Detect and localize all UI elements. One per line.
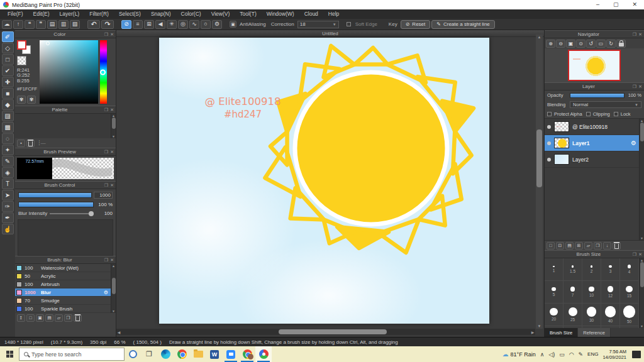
select-pen-tool[interactable]: ✎ [2,156,14,167]
lock-checkbox[interactable]: Lock [614,111,631,117]
brush-size-option[interactable]: 4 [620,258,639,281]
close-icon[interactable]: ✕ [110,258,114,263]
gear-icon[interactable]: ⚙ [631,140,636,146]
drawing-canvas[interactable]: @ Elite100918 #hd247 [159,38,489,324]
close-icon[interactable]: ✕ [638,84,642,89]
close-icon[interactable]: ✕ [110,150,114,155]
palette-icon[interactable]: ✾ [17,96,26,104]
picker-indicator[interactable] [46,41,50,45]
brush-folder-icon[interactable]: ▱ [55,314,63,322]
brush-item[interactable]: 100Watercolor (Wet) [15,264,111,272]
pen-settings-icon[interactable]: ✎ [579,351,584,358]
add-halftone-layer-icon[interactable]: ▤ [565,242,574,250]
wifi-icon[interactable]: ◠ [569,351,574,358]
popout-icon[interactable]: ❐ [104,150,108,155]
delete-layer-icon[interactable] [613,242,621,250]
brush-size-option[interactable]: 5 [545,281,564,304]
maximize-button[interactable]: ▢ [613,0,619,9]
layer-opacity-slider[interactable] [570,93,625,98]
brush-size-option[interactable]: 50 [620,304,639,326]
palette-scrollbar[interactable]: ▲▼ [111,114,116,138]
brush-size-value[interactable]: 1000 [94,192,113,199]
menu-item-color[interactable]: Color(C) [176,9,206,19]
correction-dropdown[interactable]: 18▼ [297,21,339,28]
color-swatches[interactable] [17,40,33,54]
add-layer-menu-icon[interactable]: ⊞ [575,242,583,250]
brush-size-option[interactable]: 25 [564,304,582,326]
reset-rotation-icon[interactable]: ▭ [596,40,606,48]
brush-size-option[interactable]: 1.5 [564,258,582,281]
brush-size-option[interactable]: 12 [601,281,620,304]
menu-item-filter[interactable]: Filter(R) [84,9,114,19]
bucket-tool[interactable]: ◆ [2,99,14,110]
brush-size-scrollbar[interactable]: ▲▼ [639,258,644,328]
tab-reference[interactable]: Reference [578,328,611,337]
action-center-icon[interactable] [632,351,641,358]
document-tab[interactable]: Untitled [116,30,544,37]
menu-item-window[interactable]: Window(W) [262,9,299,19]
brush-size-option[interactable]: 40 [601,304,620,326]
zoom-out-icon[interactable]: ⊖ [556,40,565,48]
hand-tool[interactable]: ☝ [2,224,14,234]
select-tool[interactable]: ▩ [2,122,14,133]
undo-icon[interactable]: ↶ [87,20,100,29]
rotate-cw-icon[interactable]: ↻ [606,40,616,48]
text-tool[interactable]: T [2,178,14,189]
layer-row[interactable]: Layer2 [545,151,639,168]
transparent-color-swatch[interactable] [17,56,26,65]
menu-item-layer[interactable]: Layer(L) [55,9,85,19]
export-icon[interactable]: ↑ [13,20,23,29]
language-indicator[interactable]: ENG [587,351,598,357]
fit-screen-icon[interactable]: ▣ [566,40,575,48]
document-icon[interactable]: ▤ [47,20,57,29]
close-icon[interactable]: ✕ [110,183,114,188]
popout-icon[interactable]: ❐ [104,107,108,112]
redo-icon[interactable]: ↷ [101,20,114,29]
canvas-vertical-scrollbar[interactable]: ▲▼ [536,35,543,329]
menu-item-help[interactable]: Help [323,9,344,19]
select-eraser-tool[interactable]: ◈ [2,167,14,178]
create-straight-line-button[interactable]: ✎Create a straight line [431,20,495,29]
shape-brush-tool[interactable]: □ [2,54,14,65]
volume-icon[interactable]: ◁) [548,351,555,358]
brush-item[interactable]: 50Acrylic [15,272,111,280]
pen-tool[interactable]: ✒ [2,212,14,223]
popout-icon[interactable]: ❐ [104,258,108,263]
close-icon[interactable]: ✕ [638,252,642,257]
document-edit-icon[interactable]: ▧ [70,20,80,29]
layer-row[interactable]: ~~~@ Elite100918 [545,119,639,135]
move-tool[interactable]: ✚ [2,77,14,87]
brush-size-option[interactable]: 3 [601,258,620,281]
popout-icon[interactable]: ❐ [104,183,108,188]
brush-script-icon[interactable]: ▤ [45,314,53,322]
duplicate-layer-icon[interactable]: ❐ [594,242,602,250]
gradient-tool[interactable]: ▨ [2,111,14,121]
eyedropper-tool[interactable]: ✑ [2,201,14,212]
taskbar-clock[interactable]: 7:56 AM14/09/2021 [602,349,626,360]
clipping-checkbox[interactable]: Clipping [586,111,610,117]
close-icon[interactable]: ✕ [110,32,114,37]
brush-list-scrollbar[interactable]: ▲▼ [111,264,116,313]
brush-size-option[interactable]: 30 [582,304,601,326]
brush-size-option[interactable]: 7 [564,281,582,304]
close-button[interactable]: ✕ [632,0,637,9]
snap-radial-icon[interactable]: ✳ [167,20,177,29]
hue-indicator[interactable] [100,69,106,75]
soft-edge-label[interactable]: Soft Edge [355,21,377,27]
popout-icon[interactable]: ❐ [633,32,636,37]
blending-dropdown[interactable]: Normal▼ [570,101,641,108]
protect-alpha-checkbox[interactable]: Protect Alpha [547,111,582,117]
soft-edge-checkbox[interactable] [347,22,351,26]
blur-intensity-slider[interactable] [50,213,94,214]
zoom-in-icon[interactable]: ⊕ [546,40,555,48]
minimize-button[interactable]: – [596,0,599,9]
popout-icon[interactable]: ❐ [633,84,636,89]
snap-crosshatch-icon[interactable]: ⊞ [144,20,154,29]
battery-icon[interactable]: ▭ [559,351,565,358]
word-taskbar-button[interactable]: W [206,346,223,362]
add-brush-menu-icon[interactable]: ▣ [36,314,44,322]
brush-item[interactable]: 100Sparkle Brush [15,305,111,313]
navigator-view[interactable] [545,48,644,82]
layer-row[interactable]: Layer1⚙ [545,135,639,151]
close-icon[interactable]: ✕ [110,107,114,112]
